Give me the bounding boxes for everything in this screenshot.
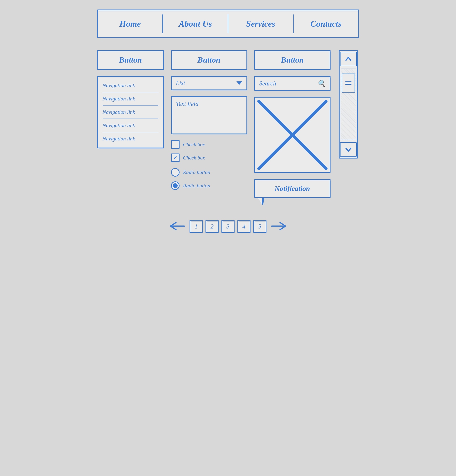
placeholder-x-icon bbox=[255, 98, 330, 172]
checkbox-label-0: Check box bbox=[183, 141, 205, 148]
scroll-thumb[interactable] bbox=[342, 74, 355, 93]
page-5-label: 5 bbox=[258, 223, 261, 230]
page-1-label: 1 bbox=[195, 223, 198, 230]
scroll-down-icon bbox=[345, 146, 352, 153]
scrollbar bbox=[339, 50, 358, 159]
button-3[interactable]: Button bbox=[254, 50, 330, 70]
scroll-down-button[interactable] bbox=[340, 142, 357, 157]
checkbox-0[interactable]: Check box bbox=[171, 140, 247, 149]
button-2-label: Button bbox=[198, 55, 220, 65]
nav-link-3[interactable]: Navigation link bbox=[103, 119, 158, 132]
nav-item-about[interactable]: About Us bbox=[163, 10, 228, 37]
navbar: Home About Us Services Contacts bbox=[97, 9, 359, 38]
prev-arrow-icon bbox=[168, 220, 187, 232]
button-1[interactable]: Button bbox=[97, 50, 164, 70]
button-2[interactable]: Button bbox=[171, 50, 247, 70]
nav-item-services[interactable]: Services bbox=[228, 10, 293, 37]
page-2-label: 2 bbox=[210, 223, 214, 230]
dropdown[interactable]: List bbox=[171, 76, 247, 90]
scroll-thumb-line-3 bbox=[345, 84, 352, 85]
scroll-up-button[interactable] bbox=[340, 52, 357, 66]
page-1[interactable]: 1 bbox=[189, 220, 203, 233]
nav-contacts-label: Contacts bbox=[310, 19, 342, 29]
scroll-track bbox=[341, 68, 356, 140]
page-4-label: 4 bbox=[242, 223, 246, 230]
nav-item-home[interactable]: Home bbox=[98, 10, 162, 37]
radio-label-0: Radio button bbox=[183, 169, 210, 175]
notification-box: Notification bbox=[254, 179, 330, 198]
button-1-label: Button bbox=[119, 55, 142, 65]
image-placeholder bbox=[254, 97, 330, 173]
scroll-thumb-line-2 bbox=[345, 83, 352, 83]
search-box[interactable]: Search 🔍 bbox=[254, 76, 330, 91]
notification-label: Notification bbox=[275, 185, 310, 192]
checkbox-box-0[interactable] bbox=[171, 140, 180, 149]
nav-link-1[interactable]: Navigation link bbox=[103, 92, 158, 106]
scrollbar-column bbox=[338, 50, 359, 159]
notification-wrapper: Notification bbox=[254, 179, 330, 206]
checkbox-label-1: Check box bbox=[183, 155, 205, 161]
next-arrow-icon bbox=[269, 220, 288, 232]
checkbox-box-1[interactable] bbox=[171, 153, 180, 162]
text-field[interactable]: Text field bbox=[171, 96, 247, 134]
search-icon[interactable]: 🔍 bbox=[317, 79, 326, 87]
radio-0[interactable]: Radio button bbox=[171, 168, 247, 177]
page-wrapper: Home About Us Services Contacts Button N… bbox=[97, 9, 359, 233]
radio-circle-1[interactable] bbox=[171, 181, 180, 190]
radio-label-1: Radio button bbox=[183, 183, 210, 189]
nav-links-box: Navigation link Navigation link Navigati… bbox=[97, 76, 164, 148]
pagination-prev[interactable] bbox=[168, 220, 187, 233]
center-column: Button List Text field Check box Check b bbox=[171, 50, 247, 190]
radio-circle-0[interactable] bbox=[171, 168, 180, 177]
nav-item-contacts[interactable]: Contacts bbox=[294, 10, 358, 37]
nav-link-0[interactable]: Navigation link bbox=[103, 79, 158, 92]
radio-group: Radio button Radio button bbox=[171, 168, 247, 190]
left-column: Button Navigation link Navigation link N… bbox=[97, 50, 164, 148]
button-3-label: Button bbox=[281, 55, 304, 65]
page-3[interactable]: 3 bbox=[222, 220, 234, 233]
nav-link-4[interactable]: Navigation link bbox=[103, 132, 158, 145]
page-5[interactable]: 5 bbox=[253, 220, 267, 233]
main-grid: Button Navigation link Navigation link N… bbox=[97, 50, 359, 206]
page-3-label: 3 bbox=[226, 223, 230, 230]
dropdown-arrow-icon bbox=[236, 81, 242, 85]
speech-bubble-tail-inner bbox=[258, 198, 262, 204]
nav-home-label: Home bbox=[119, 19, 141, 29]
text-field-placeholder: Text field bbox=[176, 101, 198, 108]
dropdown-label: List bbox=[176, 79, 185, 87]
page-4[interactable]: 4 bbox=[237, 220, 250, 233]
checkbox-group: Check box Check box bbox=[171, 140, 247, 162]
scroll-thumb-line-1 bbox=[345, 81, 352, 82]
nav-services-label: Services bbox=[246, 19, 275, 29]
nav-about-label: About Us bbox=[179, 19, 212, 29]
right-column: Button Search 🔍 Notification bbox=[254, 50, 330, 206]
checkbox-1[interactable]: Check box bbox=[171, 153, 247, 162]
nav-link-2[interactable]: Navigation link bbox=[103, 106, 158, 119]
radio-1[interactable]: Radio button bbox=[171, 181, 247, 190]
pagination-next[interactable] bbox=[269, 220, 288, 233]
pagination: 1 2 3 4 5 bbox=[97, 220, 359, 233]
search-label: Search bbox=[259, 80, 276, 87]
scroll-up-icon bbox=[345, 55, 352, 63]
page-2[interactable]: 2 bbox=[206, 220, 219, 233]
